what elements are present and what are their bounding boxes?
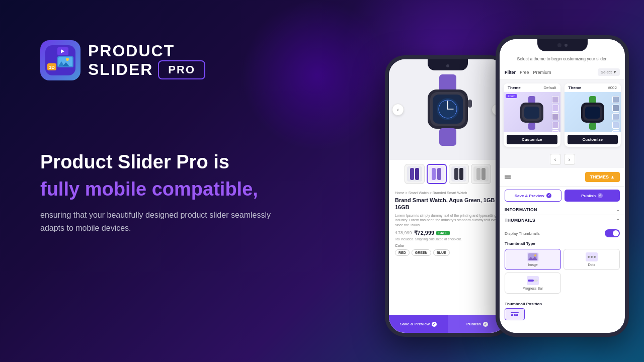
price-new: ₹72,999 [414,230,435,236]
theme-grid: Theme Default Zoom [500,79,625,151]
pag-next[interactable]: › [564,154,575,165]
theme2-id: #002 [608,85,617,90]
hamburger-line1 [505,175,511,176]
thumbnails-section-title: THUMBNAILS [505,218,535,223]
sale-badge: SALE [436,231,450,235]
svg-rect-25 [437,168,441,180]
theme-card-2[interactable]: Theme #002 [565,83,621,147]
svg-rect-21 [410,168,414,180]
filter-select[interactable]: Select ▼ [598,68,620,76]
theme1-preview-img: Zoom [504,92,560,132]
product-desc-phone: Lorem Ipsum is simply dummy text of the … [395,213,501,228]
filter-tab-free[interactable]: Free [520,70,529,75]
position-option-bottom[interactable] [505,308,525,320]
progress-type-icon [527,276,539,285]
dot3 [594,256,596,258]
phone1-camera [446,64,449,67]
theme1-watch [514,95,549,130]
progress-bar-visual [528,280,538,282]
info-section-header[interactable]: INFORMATION ⌄ [500,205,625,215]
phone1-save-btn[interactable]: Save & Preview ✓ [389,315,448,333]
svg-point-45 [534,254,536,256]
pos-thumb-bars [511,314,518,316]
pag-prev[interactable]: ‹ [550,154,561,165]
type-option-dots[interactable]: Dots [564,249,620,270]
svg-rect-19 [439,128,456,146]
pagination-area: ‹ › [500,151,625,168]
phone-1: ‹ [385,55,511,337]
logo-svg: 3D [45,45,75,75]
pro-badge: PRO [158,60,205,79]
type-option-progress[interactable]: Progress Bar [505,273,561,294]
svg-rect-37 [589,96,596,104]
logo-icon: 3D [40,40,80,80]
type-progress-label: Progress Bar [523,287,543,290]
slider-nav-left[interactable]: ‹ [392,104,404,116]
svg-rect-23 [429,166,444,182]
color-chip-green[interactable]: GREEN [412,249,431,256]
svg-rect-27 [454,168,458,180]
phone2-publish-label: Publish [581,194,596,198]
watch-svg [415,72,480,147]
theme1-side-thumbs [552,96,559,132]
color-chip-blue[interactable]: BLUE [433,249,450,256]
type-option-image[interactable]: Image [505,249,561,270]
side-thumb-3 [552,113,559,120]
phone2-camera [565,44,568,47]
thumbnails-section-header[interactable]: THUMBNAILS ⌃ [500,215,625,225]
thumbnail-4[interactable] [471,164,491,184]
themes-button[interactable]: THEMES ▲ [585,172,620,182]
theme2-side-thumbs [612,96,619,132]
tax-text: Tax included. Shipping calculated at che… [395,237,501,241]
svg-rect-14 [468,100,472,108]
side-thumb-2 [552,105,559,112]
toggle-knob [613,230,619,236]
svg-rect-26 [451,166,466,182]
phone2-save-preview-btn[interactable]: Save & Preview ✓ [505,190,561,202]
thumbnail-1[interactable] [405,164,425,184]
logo-row: PRODUCT [88,42,205,60]
theme-card-1[interactable]: Theme Default Zoom [504,83,560,147]
display-thumbnails-label: Display Thumbnails [505,231,540,236]
thumb1-svg [407,166,422,182]
phone1-product-info: Home > Smart Watch > Branded Smart Watch… [389,188,507,315]
dot1 [588,256,590,258]
image-type-icon [527,252,539,261]
dots-type-icon [586,252,598,261]
logo-text-group: PRODUCT SLIDER PRO [88,42,205,79]
display-thumbnails-row: Display Thumbnails [505,229,620,237]
customize-btn-1[interactable]: Customize [507,135,557,144]
type-image-label: Image [528,263,537,266]
hamburger-icon[interactable] [505,175,511,179]
display-thumbnails-toggle[interactable] [605,229,620,237]
thumbnail-type-label: Thumbnail Type [505,241,620,246]
theme1-name: Theme [508,85,521,90]
subtext: ensuring that your beautifully designed … [40,209,282,234]
phone2-publish-btn[interactable]: Publish ✓ [565,190,620,202]
price-old: ₹78,999 [395,230,412,235]
phone2-bottom-panel: THEMES ▲ Save & Preview ✓ Publish [500,168,625,333]
phone2-action-row: Save & Preview ✓ Publish ✓ [500,187,625,205]
type-dots-label: Dots [588,263,595,266]
customize-btn-2[interactable]: Customize [568,135,618,144]
filter-tab-premium[interactable]: Premium [533,70,551,75]
color-chip-red[interactable]: RED [395,249,410,256]
phone2-toolbar: THEMES ▲ [500,168,625,187]
thumbnail-3[interactable] [449,164,469,184]
position-options [500,308,625,320]
headline-line1: Product Slider Pro is [40,151,322,174]
pos-main-bar [511,312,519,313]
svg-rect-10 [439,74,456,92]
phone1-screen-content: ‹ [389,59,507,333]
filter-tab-filter[interactable]: Filter [505,70,516,75]
filter-tabs: Filter Free Premium Select ▼ [500,65,625,79]
logo-title-line1: PRODUCT [88,42,175,60]
pos-t2 [514,314,516,316]
thumbnail-2[interactable] [427,164,447,184]
price-row: ₹78,999 ₹72,999 SALE [395,230,501,236]
theme2-watch [575,95,610,130]
theme2-preview-img [565,92,621,132]
theme1-id: Default [543,85,556,90]
check-icon-publish: ✓ [483,322,488,327]
side-thumb-2-1 [612,96,619,103]
